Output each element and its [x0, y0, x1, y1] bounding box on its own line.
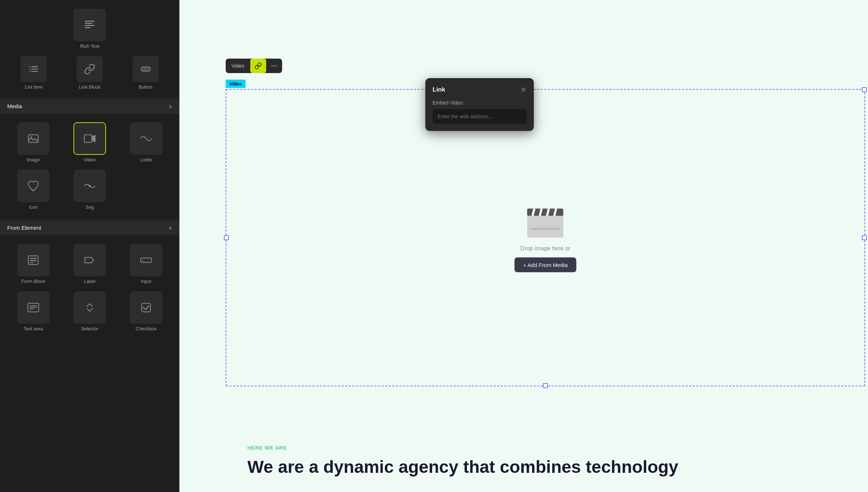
svg-rect-4: [29, 66, 30, 67]
link-popup-url-input[interactable]: [433, 109, 527, 124]
text-area-label: Text area: [24, 326, 43, 331]
sidebar-item-label[interactable]: Label: [62, 241, 117, 287]
sidebar-item-video[interactable]: Video: [62, 119, 117, 165]
svg-rect-11: [143, 69, 149, 70]
input-icon: [140, 254, 153, 267]
link-popup: Link ✕ Embed Video: [425, 78, 534, 131]
svg-rect-7: [31, 69, 38, 70]
video-icon-box: [73, 122, 106, 155]
svg-rect-25: [30, 309, 34, 309]
link-popup-close-button[interactable]: ✕: [520, 85, 527, 94]
svg-rect-1: [85, 23, 93, 24]
top-items-row: List Item Link Block But: [0, 53, 179, 96]
from-element-grid: Form Block Label Input: [0, 237, 179, 339]
video-toolbar: Video: [226, 59, 282, 73]
link-block-icon: [84, 63, 95, 75]
sidebar-item-input[interactable]: Input: [119, 241, 174, 287]
svg-label: Svg: [86, 204, 94, 210]
svg-rect-0: [85, 21, 95, 22]
drop-image-text: Drop image here or: [520, 245, 570, 252]
sidebar-item-svg[interactable]: Svg: [62, 167, 117, 213]
svg-rect-24: [30, 307, 37, 308]
text-area-icon-box: [17, 291, 50, 324]
video-icon: [83, 132, 96, 145]
media-section-header[interactable]: Media ∧: [0, 99, 179, 114]
input-label: Input: [141, 279, 152, 284]
image-icon-box: [17, 122, 50, 155]
sidebar-item-selector[interactable]: Selector: [62, 288, 117, 334]
lottie-icon: [140, 132, 153, 145]
image-icon: [27, 132, 40, 145]
here-we-are-tag: HERE WE ARE: [247, 445, 846, 451]
sidebar-item-list-item[interactable]: List Item: [16, 56, 52, 90]
form-block-label: Form Block: [21, 279, 45, 284]
svg-rect-14: [84, 135, 92, 143]
sidebar-item-image[interactable]: Image: [6, 119, 61, 165]
lottie-label: Lottie: [140, 157, 152, 162]
button-label: Button: [139, 84, 153, 90]
sidebar-item-form-block[interactable]: Form Block: [6, 241, 61, 287]
svg-rect-20: [141, 258, 152, 262]
sidebar-item-icon[interactable]: Icon: [6, 167, 61, 213]
sidebar: Rich Text List Item: [0, 0, 179, 492]
svg-icon-box: [73, 170, 106, 202]
link-popup-title: Link: [433, 86, 445, 93]
list-item-icon: [28, 63, 39, 75]
svg-point-28: [273, 65, 275, 66]
sidebar-item-button[interactable]: Button: [128, 56, 164, 90]
selector-icon-box: [73, 291, 106, 324]
media-chevron-icon: ∧: [169, 103, 172, 109]
svg-point-27: [271, 65, 272, 66]
link-popup-subtitle: Embed Video: [433, 100, 527, 106]
svg-rect-9: [31, 71, 38, 72]
video-block[interactable]: Drop image here or + Add From Media: [226, 89, 865, 386]
input-icon-box: [130, 244, 162, 276]
rich-text-icon-box: [73, 9, 106, 41]
sidebar-item-text-area[interactable]: Text area: [6, 288, 61, 334]
sidebar-item-checkbox[interactable]: Checkbox: [119, 288, 174, 334]
agency-headline: We are a dynamic agency that combines te…: [247, 457, 846, 478]
bottom-content: HERE WE ARE We are a dynamic agency that…: [226, 430, 868, 492]
svg-rect-23: [30, 305, 37, 306]
svg-icon: [83, 179, 96, 192]
selector-label: Selector: [81, 326, 98, 331]
icon-icon-box: [17, 170, 50, 202]
rich-text-label: Rich Text: [80, 43, 99, 49]
form-block-icon: [27, 254, 40, 267]
button-icon: [140, 63, 152, 75]
handle-mid-right[interactable]: [862, 235, 867, 240]
svg-point-15: [89, 185, 91, 187]
label-icon-box: [73, 244, 106, 276]
handle-mid-left[interactable]: [224, 235, 229, 240]
text-area-icon: [27, 301, 40, 314]
label-label: Label: [84, 279, 95, 284]
from-element-section-header[interactable]: From Element ∧: [0, 220, 179, 235]
section-divider-2: [0, 219, 179, 219]
link-block-icon-box: [77, 56, 103, 82]
link-block-label: Link Block: [79, 84, 100, 90]
sidebar-item-rich-text[interactable]: Rich Text: [72, 6, 107, 52]
label-icon: [83, 254, 96, 267]
clapperboard-icon: [524, 203, 567, 239]
image-label: Image: [27, 157, 40, 162]
link-popup-header: Link ✕: [433, 85, 527, 94]
from-element-chevron-icon: ∧: [169, 225, 172, 231]
toolbar-link-button[interactable]: [250, 59, 266, 73]
list-item-icon-box: [21, 56, 47, 82]
sidebar-item-lottie[interactable]: Lottie: [119, 119, 174, 165]
toolbar-more-button[interactable]: [266, 59, 282, 73]
handle-bottom-center[interactable]: [543, 383, 548, 388]
section-divider-1: [0, 97, 179, 97]
svg-rect-18: [30, 260, 37, 261]
lottie-icon-box: [130, 122, 162, 155]
sidebar-scroll: Rich Text List Item: [0, 3, 179, 492]
sidebar-item-link-block[interactable]: Link Block: [72, 56, 108, 90]
form-block-icon-box: [17, 244, 50, 276]
handle-top-right[interactable]: [862, 87, 867, 92]
svg-rect-36: [531, 228, 560, 230]
svg-rect-12: [29, 135, 38, 143]
list-item-label: List Item: [25, 84, 43, 90]
selector-icon: [83, 301, 96, 314]
add-from-media-button[interactable]: + Add From Media: [515, 258, 576, 272]
checkbox-icon-box: [130, 291, 162, 324]
